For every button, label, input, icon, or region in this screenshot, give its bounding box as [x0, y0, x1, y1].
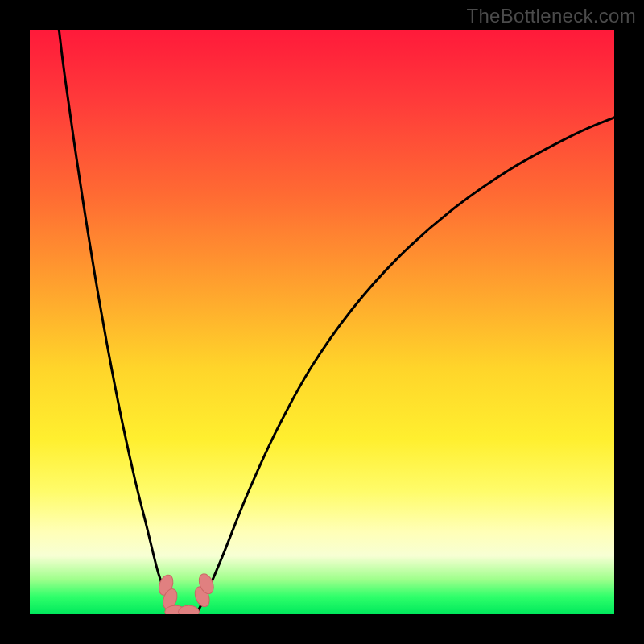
- chart-frame: TheBottleneck.com: [0, 0, 644, 644]
- chart-plot-area: [30, 30, 614, 614]
- curve-left-curve: [59, 30, 173, 614]
- chart-svg: [30, 30, 614, 614]
- watermark-text: TheBottleneck.com: [466, 5, 636, 27]
- curve-group: [59, 30, 614, 614]
- curve-right-curve: [196, 118, 614, 614]
- marker-group: [156, 572, 216, 614]
